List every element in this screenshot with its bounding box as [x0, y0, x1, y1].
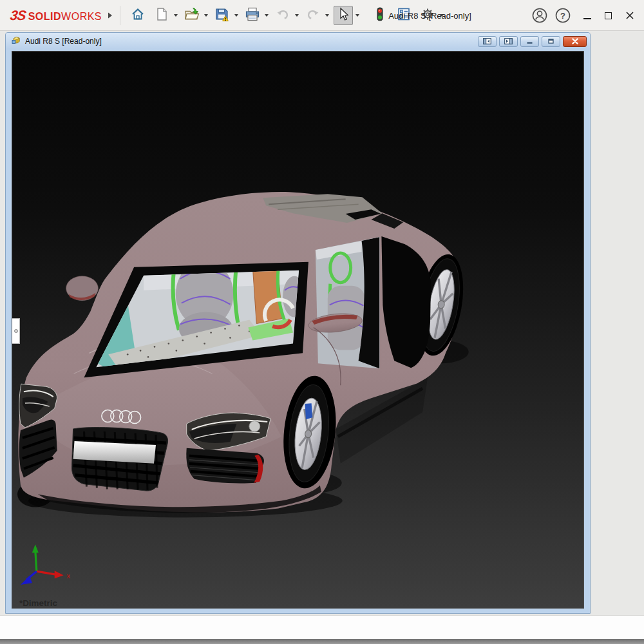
home-button[interactable] [128, 6, 147, 25]
undo-button[interactable] [273, 6, 292, 25]
reference-triad[interactable]: x [21, 544, 71, 585]
new-document-icon [155, 7, 168, 24]
close-icon [625, 11, 634, 20]
scene-canvas[interactable]: x *Dimetric [12, 52, 583, 608]
collapse-tab-dot [14, 329, 18, 333]
right-intake [186, 448, 264, 484]
menu-expander-arrow-icon[interactable] [107, 12, 113, 19]
print-dropdown[interactable] [265, 14, 269, 17]
help-button[interactable]: ? [553, 6, 573, 25]
solidworks-logo: 3S SOLID WORKS [10, 8, 106, 23]
app-title: Audi R8 S [Read-only] [361, 0, 499, 31]
toolbar-separator [120, 6, 120, 25]
redo-icon [306, 8, 320, 23]
doc-close-button[interactable] [563, 36, 587, 47]
undo-dropdown[interactable] [295, 14, 299, 17]
select-tool-dropdown[interactable] [355, 14, 359, 17]
triad-x-label: x [67, 572, 71, 580]
open-folder-icon [184, 7, 200, 24]
view-orientation-label: *Dimetric [19, 598, 57, 608]
bottom-bar [0, 639, 644, 644]
select-tool-button[interactable] [334, 6, 353, 25]
show-left-pane-button[interactable] [478, 36, 497, 47]
left-pane-icon [483, 38, 491, 44]
doc-close-icon [571, 38, 580, 44]
print-icon [245, 7, 260, 24]
side-window [316, 237, 380, 368]
assembly-document-icon [11, 35, 21, 48]
doc-restore-button[interactable] [542, 36, 560, 47]
save-dropdown[interactable] [234, 14, 238, 17]
undo-icon [276, 8, 290, 23]
open-button[interactable] [182, 6, 202, 25]
audi-r8-model[interactable] [18, 192, 470, 513]
account-icon [531, 7, 548, 24]
new-document-dropdown[interactable] [174, 14, 178, 17]
logo-works-text: WORKS [61, 11, 102, 23]
app-close-button[interactable] [619, 5, 640, 26]
graphics-viewport[interactable]: x *Dimetric [12, 51, 584, 609]
maximize-icon [605, 12, 612, 19]
document-window: Audi R8 S [Read-only] [5, 32, 591, 614]
front-grille [71, 427, 167, 491]
document-title: Audi R8 S [Read-only] [25, 37, 102, 46]
app-minimize-button[interactable] [576, 5, 598, 26]
redo-button[interactable] [303, 6, 323, 25]
help-glyph: ? [560, 11, 565, 21]
app-maximize-button[interactable] [598, 5, 619, 26]
doc-minimize-icon [526, 38, 534, 44]
save-button[interactable] [213, 6, 232, 25]
select-arrow-icon [337, 7, 350, 24]
featuremanager-collapse-tab[interactable] [12, 318, 20, 344]
logo-solid-text: SOLID [28, 11, 61, 23]
left-mirror [66, 276, 99, 301]
print-button[interactable] [243, 6, 262, 25]
new-document-button[interactable] [152, 6, 171, 25]
titlebar-right-controls: ? [530, 0, 640, 31]
account-button[interactable] [530, 6, 549, 25]
app-titlebar: 3S SOLID WORKS [0, 0, 644, 31]
document-titlebar[interactable]: Audi R8 S [Read-only] [6, 33, 590, 50]
doc-restore-icon [547, 38, 555, 44]
logo-3s-mark: 3S [9, 8, 26, 23]
redo-dropdown[interactable] [325, 14, 329, 17]
show-right-pane-button[interactable] [499, 36, 518, 47]
minimize-icon [583, 18, 591, 19]
mdi-workspace: Audi R8 S [Read-only] [0, 31, 644, 644]
help-icon: ? [554, 7, 571, 24]
status-strip [0, 615, 644, 639]
doc-minimize-button[interactable] [520, 36, 539, 47]
right-pane-icon [504, 38, 513, 44]
home-icon [131, 7, 145, 24]
document-window-controls [478, 36, 587, 47]
open-dropdown[interactable] [204, 14, 208, 17]
save-icon [214, 6, 230, 24]
